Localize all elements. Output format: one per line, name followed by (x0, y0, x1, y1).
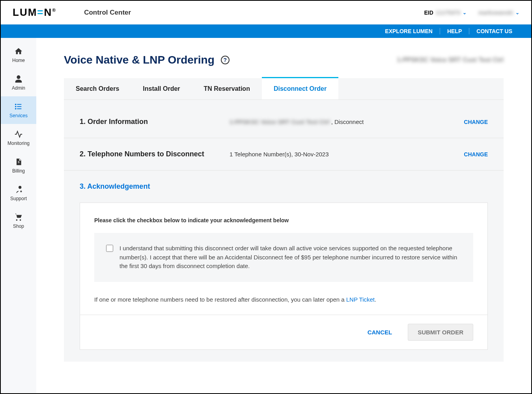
step-order-information: 1. Order Information 1-PPSKSC Voice SRT … (64, 106, 504, 138)
step-value: 1 Telephone Number(s), 30-Nov-2023 (230, 151, 464, 158)
sidebar-item-label: Admin (12, 85, 25, 91)
step-telephone-numbers: 2. Telephone Numbers to Disconnect 1 Tel… (64, 138, 504, 171)
svg-rect-3 (17, 104, 21, 105)
sidebar-item-admin[interactable]: Admin (1, 69, 36, 96)
lnp-ticket-link[interactable]: LNP Ticket (346, 296, 375, 303)
submit-order-button[interactable]: SUBMIT ORDER (408, 324, 473, 341)
top-header: LUM=N® Control Center EID 11175373 ⌄ mar… (1, 1, 531, 24)
list-icon (14, 102, 23, 111)
page-title: Voice Native & LNP Ordering ? (64, 54, 230, 66)
acknowledgement-box: Please click the checkbox below to indic… (80, 203, 488, 350)
cart-icon (14, 212, 23, 222)
eid-dropdown[interactable]: EID 11175373 ⌄ (424, 9, 467, 16)
account-context: 1-PPSKSC Voice SRT Cust Test Ctrl (397, 56, 504, 64)
disconnect-panel: 1. Order Information 1-PPSKSC Voice SRT … (64, 100, 504, 362)
svg-point-1 (15, 106, 17, 107)
action-bar: CANCEL SUBMIT ORDER (80, 315, 487, 349)
sidebar-item-home[interactable]: Home (1, 41, 36, 69)
sidebar-item-label: Home (12, 58, 25, 63)
sidebar-item-shop[interactable]: Shop (1, 207, 36, 235)
explore-lumen-link[interactable]: EXPLORE LUMEN (378, 28, 440, 34)
step-title: 3. Acknowledgement (80, 182, 230, 191)
chevron-down-icon: ⌄ (463, 10, 467, 15)
ack-prompt: Please click the checkbox below to indic… (94, 217, 473, 223)
tab-install-order[interactable]: Install Order (131, 78, 192, 99)
ack-checkbox-row[interactable]: I understand that submitting this discon… (94, 233, 473, 282)
invoice-icon: $ (15, 157, 22, 167)
main-content: Voice Native & LNP Ordering ? 1-PPSKSC V… (36, 38, 531, 393)
tabs: Search Orders Install Order TN Reservati… (64, 78, 504, 100)
sidebar-item-label: Support (10, 196, 27, 201)
svg-point-2 (15, 108, 17, 110)
step-title: 2. Telephone Numbers to Disconnect (80, 150, 230, 158)
sidebar-item-label: Billing (12, 168, 25, 174)
tab-disconnect-order[interactable]: Disconnect Order (262, 77, 338, 99)
step-acknowledgement: 3. Acknowledgement (64, 171, 504, 195)
sidebar-item-billing[interactable]: $ Billing (1, 152, 36, 179)
utility-nav: EXPLORE LUMEN HELP CONTACT US (1, 24, 531, 38)
tab-search-orders[interactable]: Search Orders (64, 78, 131, 99)
contact-us-link[interactable]: CONTACT US (469, 28, 519, 34)
cancel-button[interactable]: CANCEL (368, 329, 392, 336)
step-title: 1. Order Information (80, 118, 230, 126)
svg-point-0 (15, 104, 17, 105)
ack-text: I understand that submitting this discon… (119, 244, 461, 271)
ack-checkbox[interactable] (106, 245, 113, 252)
help-link[interactable]: HELP (440, 28, 469, 34)
help-icon[interactable]: ? (221, 56, 230, 64)
gear-user-icon (14, 185, 23, 194)
sidebar-item-services[interactable]: Services (1, 96, 36, 124)
svg-rect-4 (17, 106, 21, 107)
home-icon (14, 47, 23, 56)
chevron-down-icon: ⌄ (515, 10, 519, 15)
activity-icon (14, 129, 23, 139)
lumen-logo: LUM=N® (13, 6, 56, 19)
sidebar: Home Admin Services Monitoring $ Billing… (1, 38, 36, 393)
sidebar-item-label: Shop (13, 223, 24, 229)
sidebar-item-monitoring[interactable]: Monitoring (1, 124, 36, 152)
header-right: EID 11175373 ⌄ markswanski ⌄ (424, 9, 519, 16)
step-value: 1-PPSKSC Voice SRT Cust Test Ctrl , Disc… (230, 118, 464, 125)
sidebar-item-label: Services (9, 113, 28, 118)
change-tn-link[interactable]: CHANGE (464, 151, 488, 158)
sidebar-item-support[interactable]: Support (1, 179, 36, 207)
user-dropdown[interactable]: markswanski ⌄ (478, 9, 519, 16)
header-title: Control Center (84, 9, 131, 17)
svg-point-7 (19, 186, 21, 189)
svg-rect-5 (17, 109, 21, 109)
change-order-info-link[interactable]: CHANGE (464, 119, 488, 125)
restore-text: If one or more telephone numbers need to… (94, 296, 473, 303)
user-icon (14, 74, 23, 84)
tab-tn-reservation[interactable]: TN Reservation (192, 78, 262, 99)
sidebar-item-label: Monitoring (7, 141, 30, 146)
